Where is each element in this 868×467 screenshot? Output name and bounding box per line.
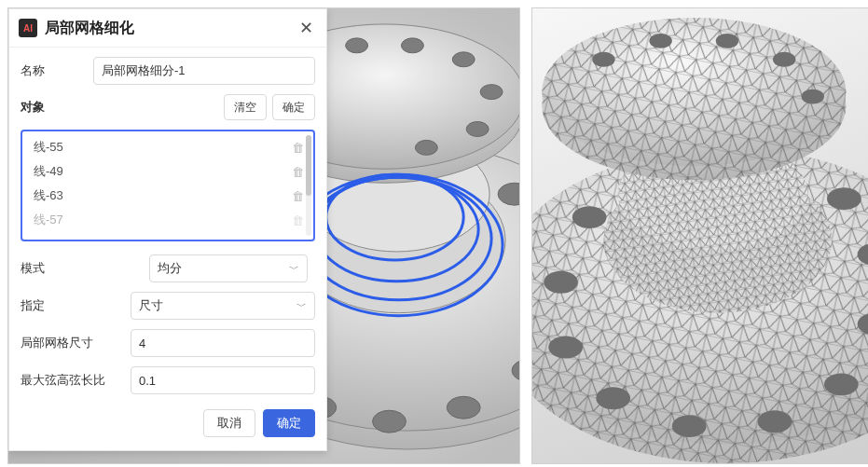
svg-point-55 (827, 187, 861, 210)
svg-point-48 (548, 337, 583, 359)
app-icon: AI (19, 19, 37, 37)
objects-label: 对象 (21, 99, 45, 116)
list-item-label: 线-57 (34, 212, 63, 228)
scrollbar[interactable] (306, 135, 311, 236)
list-item[interactable]: 线-55 🗑 (22, 135, 313, 159)
svg-point-8 (447, 396, 480, 419)
confirm-selection-button[interactable]: 确定 (272, 94, 315, 120)
svg-point-20 (401, 38, 423, 53)
list-item-label: 线-55 (34, 139, 63, 156)
svg-point-24 (415, 140, 437, 155)
list-item[interactable]: 线-63 🗑 (22, 184, 313, 208)
mode-value: 均分 (158, 260, 182, 277)
trash-icon[interactable]: 🗑 (289, 163, 306, 180)
list-item[interactable]: 线-49 🗑 (22, 159, 313, 184)
list-item-label: 线-63 (34, 187, 63, 204)
svg-point-9 (373, 410, 406, 433)
viewport-right[interactable] (531, 7, 868, 464)
trash-icon[interactable]: 🗑 (289, 187, 306, 204)
chord-ratio-label: 最大弦高弦长比 (21, 372, 114, 389)
specify-select[interactable]: 尺寸 ﹀ (131, 292, 315, 320)
local-size-input[interactable] (131, 329, 315, 357)
trash-icon[interactable]: 🗑 (289, 139, 306, 156)
svg-point-44 (773, 52, 795, 67)
cancel-button[interactable]: 取消 (203, 409, 255, 437)
svg-point-41 (592, 52, 614, 67)
name-input[interactable] (93, 57, 315, 85)
local-size-label: 局部网格尺寸 (21, 335, 104, 351)
clear-button[interactable]: 清空 (224, 94, 267, 120)
name-label: 名称 (21, 62, 93, 79)
svg-point-21 (452, 52, 475, 67)
specify-label: 指定 (21, 297, 93, 314)
svg-point-40 (542, 18, 846, 166)
svg-point-50 (672, 415, 707, 437)
svg-point-45 (802, 89, 824, 104)
meshed-model-view[interactable] (532, 8, 868, 463)
list-item-label: 线-49 (34, 163, 63, 180)
mode-label: 模式 (21, 260, 93, 277)
object-list[interactable]: 线-55 🗑 线-49 🗑 线-63 🗑 线-57 🗑 (21, 130, 315, 241)
svg-point-43 (716, 34, 738, 48)
chevron-down-icon: ﹀ (289, 262, 299, 276)
svg-point-52 (824, 373, 859, 395)
dialog-title: 局部网格细化 (45, 19, 295, 38)
svg-point-51 (758, 410, 792, 433)
svg-point-23 (466, 122, 489, 137)
svg-point-47 (544, 271, 578, 294)
chevron-down-icon: ﹀ (296, 299, 307, 313)
mode-select[interactable]: 均分 ﹀ (149, 254, 308, 282)
svg-point-49 (596, 387, 630, 409)
specify-value: 尺寸 (139, 297, 163, 314)
ok-button[interactable]: 确定 (263, 409, 315, 437)
list-item[interactable]: 线-57 🗑 (22, 208, 313, 232)
trash-icon[interactable]: 🗑 (289, 212, 306, 228)
local-mesh-refine-dialog: AI 局部网格细化 ✕ 名称 对象 清空 确定 线- (8, 8, 327, 451)
viewport-left: AI 局部网格细化 ✕ 名称 对象 清空 确定 线- (7, 7, 520, 464)
svg-point-46 (572, 206, 607, 228)
svg-point-22 (480, 85, 503, 100)
svg-point-19 (346, 38, 368, 53)
chord-ratio-input[interactable] (131, 366, 315, 394)
close-icon[interactable]: ✕ (295, 17, 317, 39)
svg-point-42 (649, 34, 671, 48)
